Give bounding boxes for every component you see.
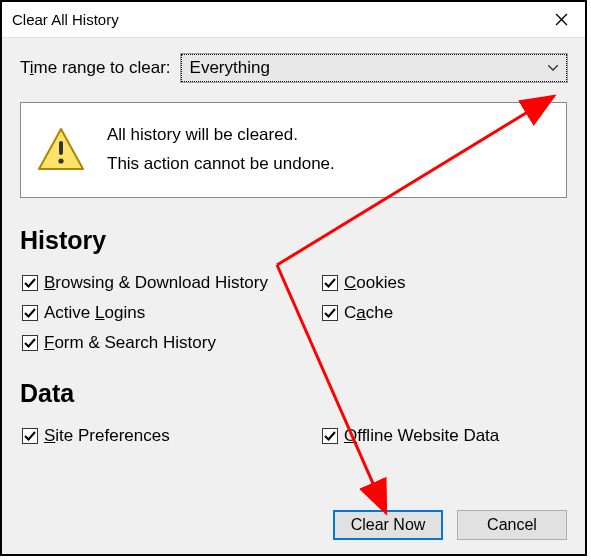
checkbox[interactable]: [22, 428, 38, 444]
history-item: Cache: [322, 303, 567, 323]
checkbox[interactable]: [322, 275, 338, 291]
history-item: Form & Search History: [22, 333, 322, 353]
checkbox-label[interactable]: Site Preferences: [44, 426, 170, 446]
checkbox[interactable]: [322, 428, 338, 444]
warning-icon: [37, 127, 85, 173]
close-button[interactable]: [537, 2, 585, 38]
button-row: Clear Now Cancel: [20, 502, 567, 540]
warning-line2: This action cannot be undone.: [107, 150, 335, 179]
checkbox-label[interactable]: Offline Website Data: [344, 426, 499, 446]
section-title-data: Data: [20, 379, 567, 408]
warning-line1: All history will be cleared.: [107, 121, 335, 150]
clear-now-button[interactable]: Clear Now: [333, 510, 443, 540]
checkbox[interactable]: [22, 275, 38, 291]
history-item: Browsing & Download History: [22, 273, 322, 293]
cancel-button[interactable]: Cancel: [457, 510, 567, 540]
checkbox[interactable]: [22, 335, 38, 351]
data-item: Site Preferences: [22, 426, 322, 446]
time-range-row: Time range to clear: Everything: [20, 54, 567, 82]
checkbox-label[interactable]: Form & Search History: [44, 333, 216, 353]
time-range-value: Everything: [190, 58, 270, 78]
history-item: Active Logins: [22, 303, 322, 323]
titlebar: Clear All History: [2, 2, 585, 38]
checkbox-label[interactable]: Cache: [344, 303, 393, 323]
data-item: Offline Website Data: [322, 426, 567, 446]
svg-rect-2: [59, 141, 63, 155]
dialog-title: Clear All History: [12, 11, 119, 28]
history-checkbox-group: Browsing & Download HistoryCookiesActive…: [20, 273, 567, 353]
checkbox-label[interactable]: Browsing & Download History: [44, 273, 268, 293]
time-range-select[interactable]: Everything: [181, 54, 567, 82]
svg-point-3: [58, 158, 63, 163]
history-item: Cookies: [322, 273, 567, 293]
checkbox[interactable]: [322, 305, 338, 321]
time-range-label: Time range to clear:: [20, 58, 171, 78]
warning-text: All history will be cleared. This action…: [107, 121, 335, 179]
dialog-content: Time range to clear: Everything All hist…: [2, 38, 585, 554]
checkbox[interactable]: [22, 305, 38, 321]
section-title-history: History: [20, 226, 567, 255]
data-checkbox-group: Site PreferencesOffline Website Data: [20, 426, 567, 446]
clear-history-dialog: Clear All History Time range to clear: E…: [0, 0, 587, 556]
checkbox-label[interactable]: Cookies: [344, 273, 405, 293]
close-icon: [555, 13, 568, 26]
warning-box: All history will be cleared. This action…: [20, 102, 567, 198]
chevron-down-icon: [542, 56, 564, 80]
checkbox-label[interactable]: Active Logins: [44, 303, 145, 323]
